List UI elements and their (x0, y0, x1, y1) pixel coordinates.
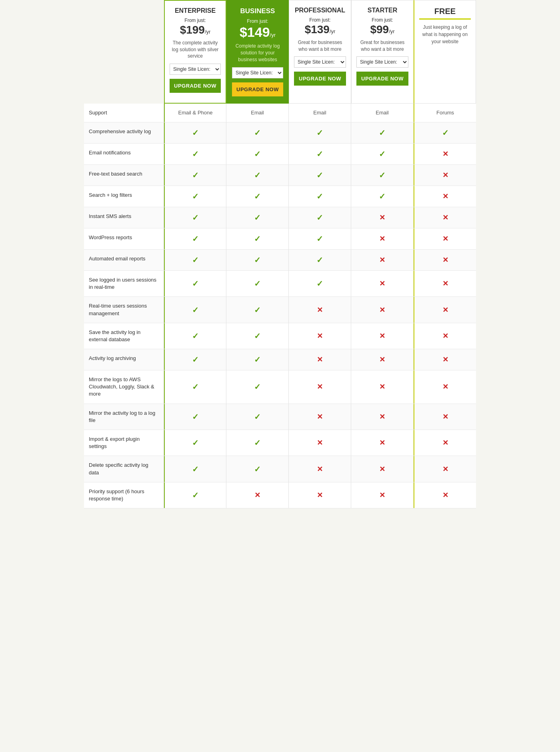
cross-icon: ✕ (442, 213, 448, 222)
feature-cell: ✓ (351, 165, 414, 186)
feature-name: Mirror the activity log to a log file (84, 404, 164, 430)
upgrade-btn-business[interactable]: UPGRADE NOW (232, 82, 283, 96)
feature-row: Import & export plugin settings✓✓✕✕✕ (84, 430, 476, 456)
feature-cell: ✕ (289, 297, 351, 322)
check-icon: ✓ (254, 128, 261, 138)
check-icon: ✓ (192, 234, 199, 244)
price-starter: $99/yr (356, 24, 408, 36)
check-icon: ✓ (192, 149, 199, 159)
cross-icon: ✕ (379, 306, 385, 314)
feature-cell: ✓ (164, 165, 226, 186)
plan-header-professional: PROFESSIONAL From just: $139/yr Great fo… (289, 0, 351, 104)
cross-icon: ✕ (379, 355, 385, 364)
header-row: ENTERPRISE From just: $199/yr The comple… (84, 0, 476, 104)
feature-cell: ✕ (289, 456, 351, 482)
cross-icon: ✕ (254, 491, 260, 500)
check-icon: ✓ (192, 382, 199, 392)
plan-header-starter: STARTER From just: $99/yr Great for busi… (351, 0, 414, 104)
check-icon: ✓ (254, 279, 261, 288)
feature-name: Real-time users sessions management (84, 297, 164, 322)
feature-cell: ✕ (414, 482, 476, 508)
upgrade-btn-starter[interactable]: UPGRADE NOW (356, 72, 408, 86)
check-icon: ✓ (254, 255, 261, 265)
cross-icon: ✕ (379, 465, 385, 474)
feature-cell: ✓ (164, 228, 226, 249)
feature-cell: ✕ (414, 349, 476, 370)
feature-cell: ✓ (164, 482, 226, 508)
feature-cell: ✕ (351, 404, 414, 430)
feature-cell: Email & Phone (164, 104, 226, 122)
feature-cell: ✕ (414, 207, 476, 228)
empty-header (84, 0, 164, 104)
feature-cell: Email (351, 104, 414, 122)
cross-icon: ✕ (442, 234, 448, 243)
from-just-starter: From just: (356, 17, 408, 23)
license-select-starter[interactable]: Single Site Licen: (356, 56, 408, 68)
check-icon: ✓ (192, 355, 199, 364)
desc-free: Just keeping a log of what is happening … (419, 24, 471, 45)
check-icon: ✓ (254, 305, 261, 315)
desc-enterprise: The complete activity log solution with … (170, 40, 221, 60)
feature-cell: ✕ (414, 456, 476, 482)
feature-name: Priority support (6 hours response time) (84, 482, 164, 508)
feature-name: Activity log archiving (84, 349, 164, 370)
license-select-enterprise[interactable]: Single Site Licen: (170, 64, 221, 75)
feature-cell: ✓ (226, 404, 289, 430)
feature-cell: ✓ (226, 186, 289, 207)
check-icon: ✓ (316, 149, 323, 159)
feature-name: Import & export plugin settings (84, 430, 164, 456)
from-just-business: From just: (232, 18, 283, 24)
feature-name: Mirror the logs to AWS Cloudwatch, Loggl… (84, 370, 164, 404)
check-icon: ✓ (379, 192, 386, 201)
cross-icon: ✕ (379, 332, 385, 340)
feature-cell: ✓ (414, 122, 476, 143)
feature-cell: ✓ (226, 349, 289, 370)
feature-cell: ✓ (289, 271, 351, 296)
feature-name: Automated email reports (84, 250, 164, 270)
feature-cell: ✕ (414, 165, 476, 186)
pricing-table: ENTERPRISE From just: $199/yr The comple… (84, 0, 476, 508)
feature-row: Real-time users sessions management✓✓✕✕✕ (84, 297, 476, 323)
feature-cell: ✕ (289, 370, 351, 404)
cross-icon: ✕ (442, 279, 448, 288)
cross-icon: ✕ (379, 382, 385, 391)
cross-icon: ✕ (317, 465, 323, 474)
plan-header-enterprise: ENTERPRISE From just: $199/yr The comple… (164, 0, 226, 104)
feature-cell: ✓ (226, 323, 289, 349)
feature-cell: ✓ (226, 297, 289, 322)
plan-name-free: FREE (419, 7, 471, 20)
feature-cell: ✕ (351, 250, 414, 270)
feature-cell: ✓ (226, 122, 289, 143)
check-icon: ✓ (316, 279, 323, 288)
upgrade-btn-professional[interactable]: UPGRADE NOW (294, 72, 346, 86)
license-select-business[interactable]: Single Site Licen: (232, 67, 283, 78)
check-icon: ✓ (316, 128, 323, 138)
feature-cell: ✓ (164, 250, 226, 270)
check-icon: ✓ (192, 279, 199, 288)
feature-cell: ✕ (289, 404, 351, 430)
feature-row: Activity log archiving✓✓✕✕✕ (84, 349, 476, 370)
from-just-professional: From just: (294, 17, 346, 23)
check-icon: ✓ (316, 234, 323, 244)
check-icon: ✓ (254, 234, 261, 244)
feature-name: Search + log filters (84, 186, 164, 207)
upgrade-btn-enterprise[interactable]: UPGRADE NOW (170, 79, 221, 93)
feature-cell: ✓ (289, 144, 351, 164)
check-icon: ✓ (192, 438, 199, 448)
check-icon: ✓ (254, 331, 261, 341)
feature-cell: ✕ (351, 207, 414, 228)
license-select-professional[interactable]: Single Site Licen: (294, 56, 346, 68)
check-icon: ✓ (192, 464, 199, 474)
price-professional: $139/yr (294, 24, 346, 36)
check-icon: ✓ (254, 355, 261, 364)
feature-cell: ✕ (414, 297, 476, 322)
cross-icon: ✕ (317, 412, 323, 421)
check-icon: ✓ (254, 412, 261, 422)
price-enterprise: $199/yr (170, 24, 221, 36)
feature-cell: ✓ (226, 228, 289, 249)
check-icon: ✓ (316, 170, 323, 180)
feature-cell: ✓ (351, 144, 414, 164)
plan-header-free: FREE Just keeping a log of what is happe… (414, 0, 476, 104)
price-business: $149/yr (232, 25, 283, 40)
check-icon: ✓ (316, 213, 323, 222)
